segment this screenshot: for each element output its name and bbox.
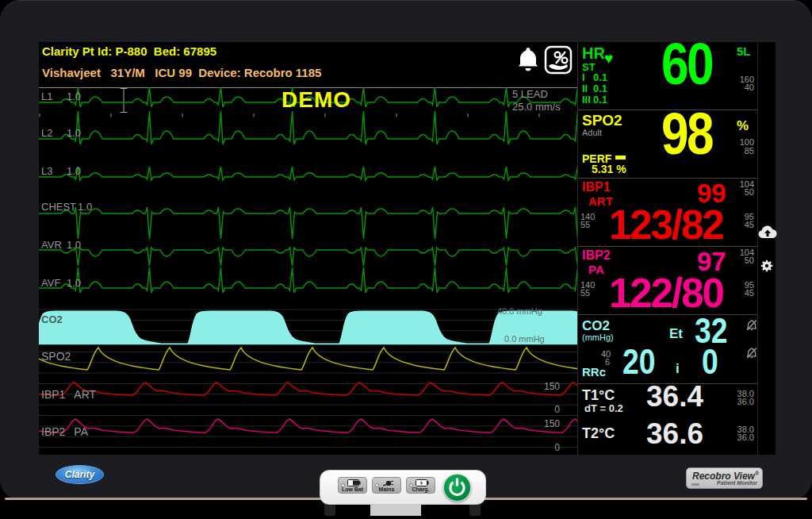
ibp2-label: IBP2	[582, 248, 611, 263]
ibp2-limit-left-low: 55	[580, 289, 590, 297]
co2-scale-max: 40.0 mmHg	[497, 306, 542, 316]
recobro-logo-smallprint	[691, 483, 699, 486]
cloud-upload-icon[interactable]	[757, 224, 778, 240]
spo2-limit-low: 85	[745, 147, 754, 155]
recobro-logo-subtitle: Patient Monitor	[717, 480, 757, 486]
battery-charging-icon	[416, 479, 429, 486]
nibp-icon[interactable]	[544, 45, 573, 75]
perf-dash-icon	[615, 156, 626, 160]
patient-header: Clarity Pt Id: P-880 Bed: 67895 Vishavje…	[39, 42, 577, 87]
ecg-label-avr: AVR1.0	[41, 239, 81, 251]
ibp2-limit-right-low: 45	[745, 289, 754, 297]
ecg-label-avf: AVF1.0	[41, 277, 81, 289]
t2-value: 36.6	[646, 419, 703, 448]
t1-value: 36.4	[646, 382, 703, 411]
ibp2-scale-max: 150	[538, 418, 560, 429]
panel-stand	[370, 505, 421, 516]
t2-limit-low: 36.0	[737, 433, 754, 441]
control-panel: Low Bat Mains Charg.	[320, 470, 486, 505]
rr-value: 20	[622, 344, 656, 379]
ibp1-scale-max: 150	[538, 381, 560, 392]
spo2-limit-high: 100	[740, 138, 754, 146]
perf-value: 5.31 %	[592, 163, 626, 175]
hr-label: HR	[582, 44, 605, 63]
ibp2-wave-label: IBP2PA	[41, 425, 88, 438]
ibp1-label: IBP1	[582, 180, 611, 194]
t1-limit-low: 36.0	[737, 398, 754, 406]
st-row-1: I0.1	[582, 71, 607, 83]
st-row-3: III0.1	[582, 94, 607, 106]
et-label: Et	[669, 326, 683, 342]
ibp1-limit-left-low: 55	[580, 221, 590, 229]
patient-id-line: Clarity Pt Id: P-880 Bed: 67895	[42, 44, 216, 58]
co2-tile[interactable]: CO2 (mmHg) Et 32 40 6 20 i 0 RRc	[578, 315, 757, 384]
charge-label: Charg.	[407, 486, 435, 492]
spo2-unit: %	[737, 118, 749, 134]
low-bat-label: Low Bat	[339, 486, 366, 492]
sweep-speed-label: 25.0 mm/s	[512, 101, 561, 113]
spo2-wave-label: SPO2	[41, 350, 71, 363]
i-value: 0	[702, 344, 718, 379]
ibp1-sys-dia: 123/82	[609, 205, 723, 245]
ibp1-limit-tr-low: 50	[745, 188, 754, 196]
power-button[interactable]	[443, 474, 471, 502]
co2-wave-label: CO2	[41, 313, 63, 325]
battery-low-icon	[347, 479, 361, 486]
ibp2-site: PA	[588, 263, 604, 276]
temp-tile[interactable]: T1°C 36.4 38.0 36.0 dT = 0.2 T2°C 36.6 3…	[578, 384, 757, 455]
co2-label: CO2	[582, 318, 610, 334]
rrc-label: RRc	[582, 365, 606, 379]
ecg-label-l1: L11.0	[41, 90, 81, 102]
ibp2-scale-min: 0	[538, 442, 560, 453]
t2-label: T2°C	[582, 425, 615, 442]
low-bat-button[interactable]: Low Bat	[338, 477, 367, 494]
ibp1-limit-right-low: 45	[745, 221, 754, 229]
spo2-value: 98	[661, 105, 712, 163]
hr-lead-mode: 5L	[737, 44, 751, 58]
t1-label: T1°C	[582, 387, 615, 404]
recobro-logo-plate: Recobro View® Patient Monitor	[686, 467, 763, 489]
mains-button[interactable]: Mains	[372, 477, 401, 494]
power-icon	[444, 475, 470, 501]
settings-gear-icon[interactable]	[760, 259, 774, 273]
lead-mode-label: 5 LEAD	[512, 88, 548, 100]
ecg-label-l2: L21.0	[41, 127, 81, 139]
spo2-mode: Adult	[582, 128, 602, 137]
mains-label: Mains	[373, 486, 400, 492]
vitals-panel: HR ♥ ST I0.1 II0.1 III0.1 60 5L 160 40 S…	[577, 42, 758, 455]
st-row-2: II0.1	[582, 83, 607, 94]
patient-demographics-line: Vishavjeet 31Y/M ICU 99 Device: Recobro …	[42, 66, 321, 79]
ibp1-wave-label: IBP1ART	[41, 388, 96, 401]
clarity-brand-logo: Clarity	[56, 465, 104, 484]
alarm-bell-icon[interactable]	[517, 46, 539, 73]
charge-button[interactable]: Charg.	[406, 477, 435, 494]
alarm-off-icon-2	[745, 347, 758, 359]
delta-t: dT = 0.2	[584, 402, 623, 414]
ibp2-limit-tr-low: 50	[745, 256, 754, 264]
i-label: i	[676, 361, 680, 377]
ibp2-tile[interactable]: IBP2 PA 97 104 50 140 55 122/80 95 45	[578, 247, 757, 315]
ibp1-scale-min: 0	[538, 404, 560, 415]
demo-watermark: DEMO	[282, 87, 351, 113]
heart-icon: ♥	[604, 50, 613, 67]
ecg-label-l3: L31.0	[41, 165, 81, 177]
screen: Clarity Pt Id: P-880 Bed: 67895 Vishavje…	[39, 42, 776, 455]
co2-scale-min: 0.0 mmHg	[504, 334, 545, 344]
spo2-label: SPO2	[582, 112, 622, 129]
ibp2-sys-dia: 122/80	[609, 273, 723, 313]
spo2-tile[interactable]: SPO2 Adult PERF 5.31 % 98 % 100 85	[578, 110, 757, 179]
co2-unit: (mmHg)	[582, 333, 614, 342]
ecg-label-chest: CHEST1.0	[41, 201, 92, 213]
hr-limit-low: 40	[745, 83, 754, 91]
ibp1-tile[interactable]: IBP1 ART 99 104 50 140 55 123/82 95 45	[578, 179, 757, 247]
alarm-off-icon-1	[745, 319, 758, 332]
hr-value: 60	[661, 35, 712, 94]
